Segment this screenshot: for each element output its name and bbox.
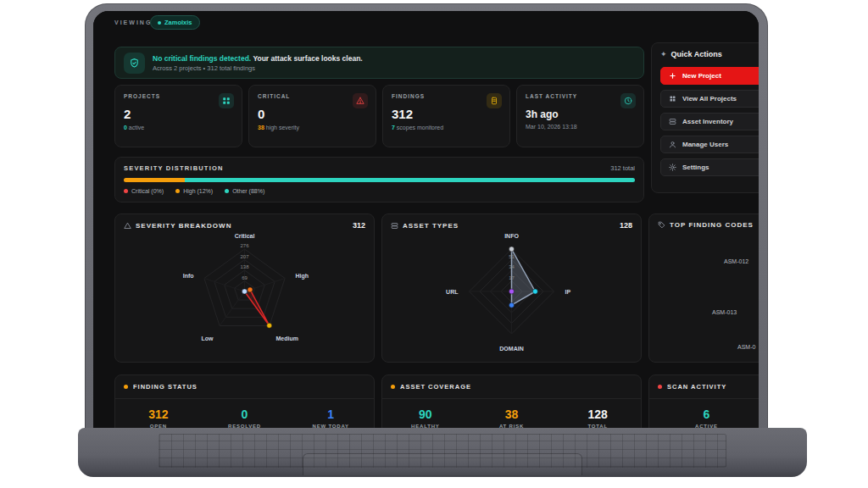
severity-distribution-title: SEVERITY DISTRIBUTION [124,164,224,172]
svg-text:DOMAIN: DOMAIN [499,346,523,352]
project-badge-label: Zamolxis [164,19,192,26]
quick-actions-title: Quick Actions [671,50,722,58]
asset-coverage-card: ASSET COVERAGE 90 HEALTHY 38 AT RISK 128 [381,374,642,434]
stat-at-risk: 38 AT RISK [469,408,555,429]
asset-types-title: ASSET TYPES [403,222,459,230]
users-icon [669,141,676,148]
top-finding-codes-card: TOP FINDING CODES ASM-012 ASM-013 ASM-0 [648,214,759,363]
legend-dot-icon [124,189,128,193]
asset-types-radar-chart: 173451INFOIPDOMAINURL [382,230,641,357]
finding-status-header: FINDING STATUS [115,375,374,399]
status-dot-icon [124,385,128,389]
top-finding-codes-header: TOP FINDING CODES [649,214,759,229]
stat-sub-rest: high severity [264,125,299,130]
finding-status-stats: 312 OPEN 0 RESOLVED 1 NEW TODAY [115,399,374,429]
stat-label: PROJECTS [124,93,233,99]
svg-text:INFO: INFO [504,233,519,239]
stat-value: 2 [124,107,233,121]
alert-triangle-icon [353,93,368,108]
grid-icon [219,93,234,108]
clean-status-banner: No critical findings detected. Your atta… [114,47,644,79]
file-icon [487,93,502,108]
legend-dot-icon [225,189,229,193]
view-all-projects-button[interactable]: View All Projects [660,90,759,108]
stat-sub: 7 scopes monitored [392,125,501,130]
stat-value: 6 [649,408,759,421]
severity-bar-other-segment [185,178,635,182]
status-dot-icon [391,385,395,389]
plus-icon [669,72,676,80]
shield-check-icon [124,53,145,74]
stat-sub-rest: Mar 10, 2026 13:18 [526,124,577,130]
stat-value: 1 [287,408,374,421]
legend-label: Critical (0%) [131,188,164,194]
stat-label: FINDINGS [392,93,501,99]
stat-value: 128 [554,408,641,421]
asset-coverage-header: ASSET COVERAGE [382,375,641,399]
finding-status-card: FINDING STATUS 312 OPEN 0 RESOLVED 1 [114,374,375,434]
scan-activity-card: SCAN ACTIVITY 6 ACTIVE [648,374,759,434]
severity-breakdown-radar-chart: 69138207276CriticalHighMediumLowInfo [115,230,374,357]
stat-open: 312 OPEN [115,408,202,429]
status-dot-icon [658,385,662,389]
stat-value: 0 [258,107,367,121]
severity-bar-high-segment [124,178,185,182]
severity-breakdown-card: SEVERITY BREAKDOWN 312 69138207276Critic… [114,214,375,363]
stat-value: 38 [469,408,555,421]
stat-new-today: 1 NEW TODAY [287,408,374,429]
alert-triangle-icon [124,222,131,230]
severity-distribution-card: SEVERITY DISTRIBUTION 312 total Critical… [114,157,644,202]
tag-icon [658,221,665,229]
asset-inventory-button[interactable]: Asset Inventory [660,113,759,130]
gear-icon [669,164,676,171]
grid-icon [669,95,676,103]
severity-breakdown-header: SEVERITY BREAKDOWN 312 [115,214,374,230]
banner-text: No critical findings detected. Your atta… [153,54,363,72]
asset-types-card: ASSET TYPES 128 173451INFOIPDOMAINURL [381,214,642,363]
stat-active: 6 ACTIVE [649,408,759,429]
banner-subtitle: Across 2 projects • 312 total findings [153,64,363,72]
stat-sub-rest: active [127,125,144,130]
svg-text:51: 51 [509,254,515,259]
button-label: Manage Users [682,141,728,148]
stat-card-critical: CRITICAL 0 38 high severity [248,85,376,147]
svg-text:Low: Low [202,336,214,341]
laptop-base [78,428,807,477]
status-dot-icon [158,21,161,25]
stat-total: 128 TOTAL [554,408,641,429]
manage-users-button[interactable]: Manage Users [660,136,759,153]
stat-healthy: 90 HEALTHY [382,408,469,429]
asset-coverage-title: ASSET COVERAGE [400,383,471,391]
button-label: Settings [682,164,709,171]
stat-value: 312 [115,408,202,421]
legend-item-critical: Critical (0%) [124,188,164,194]
laptop-trackpad [303,453,582,475]
svg-text:34: 34 [509,264,515,269]
dashboard-app: VIEWING Zamolxis No critical findings de… [93,11,759,434]
legend-item-other: Other (88%) [225,188,264,194]
quick-actions-header: ✦ Quick Actions [660,50,759,58]
stat-sub-rest: scopes monitored [395,125,443,130]
settings-button[interactable]: Settings [660,158,759,176]
legend-item-high: High (12%) [175,188,213,194]
svg-text:Info: Info [183,273,194,279]
stat-cards-row: PROJECTS 2 0 active CRITICAL 0 38 hi [114,85,644,147]
project-badge[interactable]: Zamolxis [150,15,200,30]
sparkle-icon: ✦ [660,50,667,58]
stat-value: 312 [392,107,501,121]
asset-coverage-stats: 90 HEALTHY 38 AT RISK 128 TOTAL [382,399,641,429]
stat-sub: 38 high severity [258,125,367,130]
finding-codes-radar-fragment [649,233,759,360]
asset-types-header: ASSET TYPES 128 [382,214,641,230]
banner-title-rest: Your attack surface looks clean. [251,54,363,63]
laptop-screen-frame: VIEWING Zamolxis No critical findings de… [85,3,768,434]
finding-code-label: ASM-0 [737,344,755,350]
viewing-label: VIEWING [114,19,152,25]
new-project-button[interactable]: New Project [660,67,759,85]
banner-title-highlight: No critical findings detected. [153,54,251,63]
severity-distribution-total: 312 total [610,164,635,172]
stat-sub: Mar 10, 2026 13:18 [526,124,635,130]
finding-code-label: ASM-013 [712,309,737,315]
top-finding-codes-title: TOP FINDING CODES [670,221,754,229]
scan-activity-title: SCAN ACTIVITY [667,383,726,391]
